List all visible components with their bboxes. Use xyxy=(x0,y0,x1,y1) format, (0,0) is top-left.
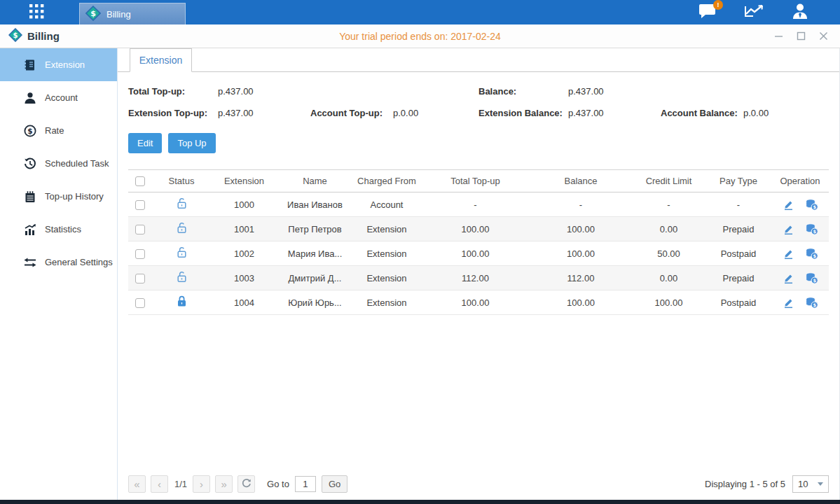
goto-label: Go to xyxy=(267,479,289,489)
next-page-button[interactable]: › xyxy=(193,475,210,493)
sidebar-item-general-settings[interactable]: General Settings xyxy=(0,246,117,279)
go-button[interactable]: Go xyxy=(322,475,347,493)
column-header-credit-limit[interactable]: Credit Limit xyxy=(632,170,705,192)
messages-button[interactable]: ! xyxy=(697,4,718,22)
edit-pencil-icon[interactable] xyxy=(783,199,794,211)
column-header-balance[interactable]: Balance xyxy=(530,170,632,192)
svg-text:$: $ xyxy=(813,278,816,284)
balance-value: p.437.00 xyxy=(568,86,651,97)
edit-pencil-icon[interactable] xyxy=(783,297,794,309)
app-grid-icon xyxy=(29,4,44,21)
extension-book-icon xyxy=(23,58,37,72)
table-row[interactable]: 1002 Мария Ива... Extension 100.00 100.0… xyxy=(128,241,829,266)
cell-credit-limit: - xyxy=(632,192,705,217)
sidebar-item-label: Top-up History xyxy=(45,191,104,202)
row-checkbox[interactable] xyxy=(135,274,145,284)
column-header-charged-from[interactable]: Charged From xyxy=(352,170,421,192)
statistics-topbar-button[interactable] xyxy=(743,4,764,22)
top-up-coins-icon[interactable]: $ xyxy=(805,297,818,309)
cell-balance: 100.00 xyxy=(530,290,632,315)
goto-page-input[interactable] xyxy=(295,476,316,492)
cell-credit-limit: 100.00 xyxy=(632,290,705,315)
cell-extension: 1002 xyxy=(211,241,277,266)
column-header-name[interactable]: Name xyxy=(277,170,352,192)
row-checkbox[interactable] xyxy=(135,225,145,234)
table-row[interactable]: 1001 Петр Петров Extension 100.00 100.00… xyxy=(128,217,829,241)
top-up-button[interactable]: Top Up xyxy=(168,133,215,153)
last-page-button[interactable]: » xyxy=(215,475,233,493)
column-header-total-topup[interactable]: Total Top-up xyxy=(421,170,530,192)
maximize-button[interactable] xyxy=(795,31,806,42)
next-page-icon: › xyxy=(200,478,203,490)
table-body: 1000 Иван Иванов Account - - - - xyxy=(128,192,829,315)
sidebar-item-label: Account xyxy=(45,92,78,103)
cell-credit-limit: 50.00 xyxy=(632,241,705,266)
column-header-operation[interactable]: Operation xyxy=(771,170,829,192)
svg-text:$: $ xyxy=(27,127,32,135)
cell-balance: 100.00 xyxy=(530,241,632,266)
app-grid-button[interactable] xyxy=(23,0,50,24)
edit-pencil-icon[interactable] xyxy=(783,272,794,284)
top-up-coins-icon[interactable]: $ xyxy=(805,272,818,284)
cell-credit-limit: 0.00 xyxy=(632,266,705,290)
cell-total-topup: - xyxy=(421,192,530,217)
column-header-pay-type[interactable]: Pay Type xyxy=(705,170,771,192)
cell-extension: 1000 xyxy=(211,192,277,217)
edit-pencil-icon[interactable] xyxy=(783,248,794,260)
row-checkbox[interactable] xyxy=(135,249,145,259)
cell-balance: 100.00 xyxy=(530,217,632,241)
column-header-extension[interactable]: Extension xyxy=(211,170,277,192)
table-row[interactable]: 1003 Дмитрий Д... Extension 112.00 112.0… xyxy=(128,266,829,290)
displaying-text: Displaying 1 - 5 of 5 xyxy=(705,479,785,489)
cell-charged-from: Account xyxy=(352,192,421,217)
sidebar-item-label: General Settings xyxy=(45,257,113,267)
cell-total-topup: 112.00 xyxy=(421,266,530,290)
lock-open-icon xyxy=(176,274,188,285)
svg-text:$: $ xyxy=(813,229,816,234)
bottom-strip xyxy=(0,500,840,504)
row-checkbox[interactable] xyxy=(135,298,145,308)
first-page-button[interactable]: « xyxy=(128,475,146,493)
sidebar-item-label: Extension xyxy=(45,59,85,70)
user-account-button[interactable] xyxy=(790,4,811,22)
topbar-tab-billing[interactable]: $ Billing xyxy=(79,3,186,24)
extension-balance-value: p.437.00 xyxy=(568,108,651,118)
top-up-coins-icon[interactable]: $ xyxy=(805,248,818,260)
page-size-select[interactable]: 10 xyxy=(792,475,829,493)
column-header-status[interactable]: Status xyxy=(152,170,211,192)
topbar-tab-label: Billing xyxy=(106,9,131,20)
user-icon xyxy=(791,3,809,22)
account-balance-value: p.0.00 xyxy=(743,108,826,118)
sidebar-item-statistics[interactable]: Statistics xyxy=(0,213,117,246)
extensions-table: Status Extension Name Charged From Total… xyxy=(128,169,829,315)
close-button[interactable] xyxy=(818,31,829,42)
prev-page-button[interactable]: ‹ xyxy=(151,475,168,493)
sidebar-item-extension[interactable]: Extension xyxy=(0,48,117,81)
edit-button[interactable]: Edit xyxy=(128,133,162,153)
top-up-coins-icon[interactable]: $ xyxy=(805,223,818,235)
select-all-checkbox[interactable] xyxy=(135,176,145,186)
sidebar-item-account[interactable]: Account xyxy=(0,81,117,114)
sidebar-item-rate[interactable]: $ Rate xyxy=(0,114,117,147)
tab-extension[interactable]: Extension xyxy=(130,48,192,72)
general-settings-icon xyxy=(23,255,37,270)
content-tabstrip: Extension xyxy=(118,48,839,72)
lock-closed-icon xyxy=(176,299,188,309)
cell-extension: 1001 xyxy=(211,217,277,241)
refresh-button[interactable] xyxy=(237,475,255,493)
table-row[interactable]: 1004 Юрий Юрь... Extension 100.00 100.00… xyxy=(128,290,829,315)
first-page-icon: « xyxy=(134,478,139,490)
billing-app-logo-icon: $ xyxy=(8,28,22,44)
table-header-row: Status Extension Name Charged From Total… xyxy=(128,170,829,192)
edit-pencil-icon[interactable] xyxy=(783,223,794,235)
extension-topup-label: Extension Top-up: xyxy=(128,108,218,118)
cell-charged-from: Extension xyxy=(352,266,421,290)
table-row[interactable]: 1000 Иван Иванов Account - - - - xyxy=(128,192,829,217)
minimize-button[interactable] xyxy=(773,31,784,42)
row-checkbox[interactable] xyxy=(135,200,145,210)
svg-text:$: $ xyxy=(813,302,816,308)
top-up-coins-icon[interactable]: $ xyxy=(805,199,818,211)
sidebar-item-scheduled-task[interactable]: Scheduled Task xyxy=(0,147,117,180)
cell-pay-type: Postpaid xyxy=(705,290,771,315)
sidebar-item-topup-history[interactable]: Top-up History xyxy=(0,180,117,213)
